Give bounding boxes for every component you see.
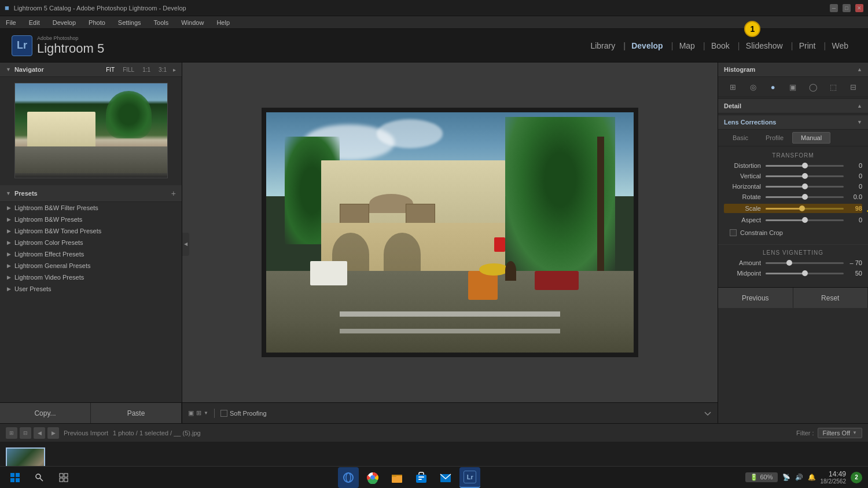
add-preset-button[interactable]: +	[171, 189, 176, 198]
nav-fill[interactable]: FILL	[121, 67, 136, 73]
lens-collapse-icon[interactable]: ▼	[857, 119, 862, 125]
slider-icon[interactable]: ⊟	[847, 80, 860, 93]
amount-track[interactable]	[766, 262, 844, 264]
detail-header[interactable]: Detail ▲	[718, 98, 868, 113]
tab-profile[interactable]: Profile	[757, 132, 792, 144]
grid-view-button[interactable]: ⊞	[6, 427, 17, 439]
midpoint-track[interactable]	[766, 273, 844, 274]
preset-color[interactable]: ▶ Lightroom Color Presets	[0, 237, 182, 248]
notification-bell-icon[interactable]: 🔔	[808, 474, 816, 481]
filmstrip-view-button[interactable]: ⊟	[20, 427, 31, 439]
previous-import-label[interactable]: Previous Import	[64, 430, 108, 436]
amount-thumb[interactable]	[786, 260, 792, 266]
scale-track[interactable]	[766, 208, 844, 210]
left-panel-collapse[interactable]: ◀	[182, 233, 189, 256]
prev-photo-button[interactable]: ◀	[34, 427, 45, 439]
notification-badge[interactable]: 2	[851, 472, 862, 483]
nav-3to1[interactable]: 3:1	[157, 67, 168, 73]
dropdown-icon[interactable]: ▼	[204, 410, 208, 416]
vertical-thumb[interactable]	[802, 173, 808, 179]
graduated-filter-icon[interactable]: ▣	[786, 80, 799, 93]
preset-user[interactable]: ▶ User Presets	[0, 283, 182, 295]
midpoint-thumb[interactable]	[802, 270, 808, 276]
chrome-app[interactable]	[362, 467, 383, 488]
tab-basic[interactable]: Basic	[724, 132, 757, 144]
menu-window[interactable]: Window	[179, 18, 206, 27]
previous-button[interactable]: Previous	[718, 288, 793, 308]
ie-app[interactable]	[338, 467, 359, 488]
tab-manual[interactable]: Manual	[792, 132, 830, 144]
vertical-track[interactable]	[766, 175, 844, 177]
histogram-collapse-icon[interactable]: ▲	[857, 67, 862, 72]
mail-app[interactable]	[435, 467, 456, 488]
minimize-button[interactable]: ─	[830, 4, 838, 12]
task-view-button[interactable]	[54, 468, 73, 487]
preset-bw-toned[interactable]: ▶ Lightroom B&W Toned Presets	[0, 225, 182, 237]
explorer-app[interactable]	[387, 467, 407, 488]
distortion-track[interactable]	[766, 165, 844, 167]
maximize-button[interactable]: □	[843, 4, 851, 12]
search-button[interactable]	[30, 468, 49, 487]
menu-edit[interactable]: Edit	[27, 18, 42, 27]
close-button[interactable]: ✕	[855, 4, 863, 12]
volume-icon[interactable]: 🔊	[795, 474, 803, 481]
presets-header[interactable]: ▼ Presets +	[0, 185, 182, 202]
next-photo-button[interactable]: ▶	[47, 427, 59, 439]
navigator-header[interactable]: ▼ Navigator FIT FILL 1:1 3:1 ▸	[0, 63, 182, 77]
aspect-thumb[interactable]	[802, 217, 808, 223]
scale-thumb[interactable]	[799, 206, 805, 211]
red-eye-icon[interactable]: ●	[767, 80, 779, 93]
network-icon[interactable]: 📡	[782, 474, 790, 481]
preset-effect[interactable]: ▶ Lightroom Effect Presets	[0, 248, 182, 260]
action-buttons: Previous Reset	[718, 287, 868, 308]
distortion-thumb[interactable]	[802, 163, 808, 168]
menu-tools[interactable]: Tools	[152, 18, 171, 27]
nav-print[interactable]: Print	[791, 39, 824, 53]
nav-library[interactable]: Library	[582, 39, 623, 53]
rotate-thumb[interactable]	[802, 194, 808, 200]
expand-icon[interactable]	[704, 409, 712, 417]
histogram-header[interactable]: Histogram ▲	[718, 63, 868, 77]
store-app[interactable]	[411, 467, 432, 488]
window-controls: ─ □ ✕	[830, 4, 863, 12]
copy-button[interactable]: Copy...	[0, 403, 91, 423]
lens-corrections-header[interactable]: Lens Corrections ▼	[718, 115, 868, 130]
soft-proof-checkbox[interactable]	[220, 410, 227, 417]
nav-web[interactable]: Web	[823, 39, 856, 53]
nav-book[interactable]: Book	[703, 39, 738, 53]
soft-proofing-check[interactable]: Soft Proofing	[220, 410, 267, 417]
nav-slideshow[interactable]: Slideshow	[738, 39, 791, 53]
detail-collapse-icon[interactable]: ▲	[857, 103, 862, 109]
preset-label: Lightroom B&W Toned Presets	[14, 228, 101, 234]
grid-view-icon[interactable]: ⊞	[196, 409, 201, 417]
menu-photo[interactable]: Photo	[86, 18, 108, 27]
lr-taskbar-app[interactable]: Lr	[459, 467, 480, 488]
preset-general[interactable]: ▶ Lightroom General Presets	[0, 260, 182, 271]
menu-file[interactable]: File	[3, 18, 19, 27]
reset-button[interactable]: Reset	[793, 288, 869, 308]
filter-dropdown[interactable]: Filters Off ▼	[818, 428, 862, 438]
nav-fit[interactable]: FIT	[104, 67, 116, 73]
preset-video[interactable]: ▶ Lightroom Video Presets	[0, 271, 182, 283]
spot-removal-icon[interactable]: ◎	[746, 80, 759, 93]
constrain-crop-checkbox[interactable]	[730, 229, 737, 236]
preset-bw-filter[interactable]: ▶ Lightroom B&W Filter Presets	[0, 202, 182, 214]
adjustment-brush-icon[interactable]: ⬚	[827, 80, 840, 93]
rotate-track[interactable]	[766, 196, 844, 198]
menu-settings[interactable]: Settings	[116, 18, 144, 27]
square-view-icon[interactable]: ▣	[188, 409, 194, 417]
menu-develop[interactable]: Develop	[50, 18, 78, 27]
aspect-track[interactable]	[766, 219, 844, 221]
radial-filter-icon[interactable]: ◯	[807, 80, 819, 93]
horizontal-track[interactable]	[766, 186, 844, 188]
start-button[interactable]	[6, 468, 24, 487]
crop-tool-icon[interactable]: ⊞	[726, 80, 739, 93]
nav-develop[interactable]: Develop	[623, 39, 671, 53]
preset-bw[interactable]: ▶ Lightroom B&W Presets	[0, 214, 182, 225]
paste-button[interactable]: Paste	[91, 403, 182, 423]
horizontal-thumb[interactable]	[802, 184, 808, 189]
nav-1to1[interactable]: 1:1	[141, 67, 152, 73]
menu-help[interactable]: Help	[214, 18, 232, 27]
nav-map[interactable]: Map	[671, 39, 703, 53]
svg-rect-9	[64, 478, 68, 482]
